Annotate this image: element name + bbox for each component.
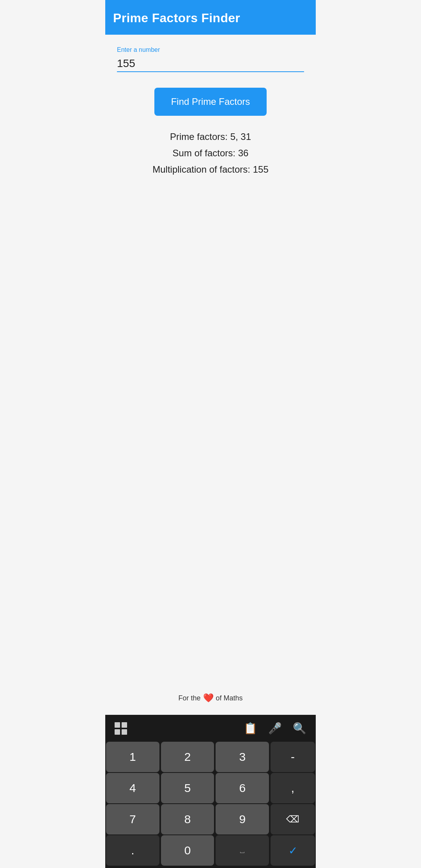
key-2[interactable]: 2 [161, 742, 214, 772]
find-prime-factors-button[interactable]: Find Prime Factors [154, 88, 267, 116]
multiplication-result: Multiplication of factors: 155 [117, 164, 304, 175]
key-7[interactable]: 7 [106, 804, 159, 834]
keyboard: 📋 🎤 🔍 1 2 3 - 4 5 6 , 7 8 9 ⌫ [105, 715, 316, 868]
grid-icon[interactable] [115, 722, 127, 735]
clipboard-icon[interactable]: 📋 [244, 722, 257, 735]
prime-factors-result: Prime factors: 5, 31 [117, 131, 304, 142]
key-4[interactable]: 4 [106, 773, 159, 803]
keyboard-row-2: 4 5 6 , [106, 773, 315, 803]
keyboard-toolbar-right: 📋 🎤 🔍 [244, 722, 306, 735]
key-comma[interactable]: , [271, 773, 315, 803]
key-space[interactable]: ⎵ [216, 835, 269, 866]
key-8[interactable]: 8 [161, 804, 214, 834]
key-3[interactable]: 3 [216, 742, 269, 772]
keyboard-toolbar: 📋 🎤 🔍 [105, 715, 316, 742]
key-5[interactable]: 5 [161, 773, 214, 803]
keyboard-row-1: 1 2 3 - [106, 742, 315, 772]
app-header: Prime Factors Finder [105, 0, 316, 35]
key-backspace[interactable]: ⌫ [271, 804, 315, 834]
input-label: Enter a number [117, 46, 304, 53]
heart-icon: ❤️ [203, 693, 214, 703]
key-9[interactable]: 9 [216, 804, 269, 834]
app-title: Prime Factors Finder [113, 11, 308, 25]
key-enter[interactable]: ✓ [271, 835, 315, 866]
checkmark-icon: ✓ [288, 844, 297, 857]
results-container: Prime factors: 5, 31 Sum of factors: 36 … [117, 131, 304, 180]
key-minus[interactable]: - [271, 742, 315, 772]
sum-result: Sum of factors: 36 [117, 148, 304, 159]
key-6[interactable]: 6 [216, 773, 269, 803]
footer-text: For the ❤️ of Maths [178, 693, 242, 703]
keyboard-rows: 1 2 3 - 4 5 6 , 7 8 9 ⌫ . 0 ⎵ [105, 742, 316, 868]
footer-text-before: For the [178, 694, 200, 702]
microphone-icon[interactable]: 🎤 [268, 722, 282, 735]
search-icon[interactable]: 🔍 [293, 722, 306, 735]
key-1[interactable]: 1 [106, 742, 159, 772]
keyboard-toolbar-left [115, 722, 127, 735]
input-container: Enter a number [117, 46, 304, 72]
key-dot[interactable]: . [106, 835, 159, 866]
keyboard-row-3: 7 8 9 ⌫ [106, 804, 315, 834]
backspace-icon: ⌫ [286, 814, 299, 825]
main-content: Enter a number Find Prime Factors Prime … [105, 35, 316, 715]
number-input[interactable] [117, 56, 304, 72]
keyboard-row-4: . 0 ⎵ ✓ [106, 835, 315, 866]
space-icon: ⎵ [240, 847, 244, 855]
footer-text-after: of Maths [216, 694, 243, 702]
key-0[interactable]: 0 [161, 835, 214, 866]
footer-area: For the ❤️ of Maths [117, 192, 304, 715]
